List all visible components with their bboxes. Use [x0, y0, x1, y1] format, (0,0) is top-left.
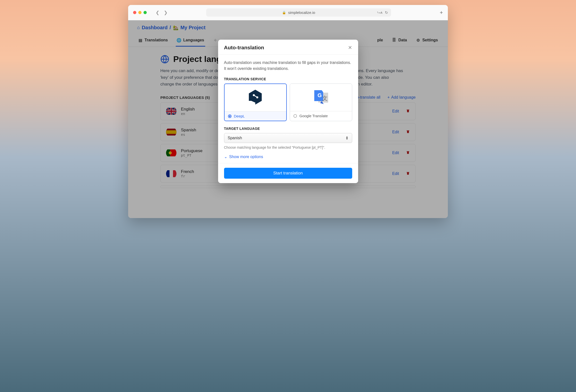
address-bar[interactable]: 🔒 simplelocalize.io ⮑ᴀ ↻	[206, 8, 391, 17]
minimize-window-button[interactable]	[138, 11, 142, 14]
target-language-label: TARGET LANGUAGE	[224, 127, 352, 131]
translate-page-icon[interactable]: ⮑ᴀ	[377, 10, 382, 15]
target-language-select[interactable]: Spanish ▲▼	[224, 133, 352, 143]
show-more-options-button[interactable]: ⌄ Show more options	[224, 154, 352, 159]
service-option-deepl[interactable]: DeepL	[224, 84, 287, 121]
modal-description: Auto-translation uses machine translatio…	[224, 60, 352, 72]
traffic-lights	[133, 11, 147, 14]
back-button[interactable]: ❮	[156, 10, 159, 15]
modal-title: Auto-translation	[224, 45, 264, 51]
service-name: Google Translate	[299, 114, 328, 118]
radio-unchecked-icon	[293, 114, 297, 118]
target-language-help: Choose matching language for the selecte…	[224, 145, 352, 149]
maximize-window-button[interactable]	[144, 11, 147, 14]
new-tab-button[interactable]: +	[440, 9, 443, 16]
translation-service-label: TRANSLATION SERVICE	[224, 77, 352, 81]
auto-translation-modal: Auto-translation ✕ Auto-translation uses…	[218, 40, 358, 183]
start-translation-button[interactable]: Start translation	[224, 168, 352, 179]
google-translate-logo-icon: G 文	[290, 84, 352, 111]
browser-chrome: ❮ ❯ 🔒 simplelocalize.io ⮑ᴀ ↻ +	[128, 5, 448, 20]
close-icon[interactable]: ✕	[348, 45, 352, 51]
svg-text:文: 文	[322, 95, 328, 101]
url-text: simplelocalize.io	[288, 10, 315, 15]
target-language-value: Spanish	[228, 136, 242, 140]
reload-icon[interactable]: ↻	[385, 10, 388, 15]
lock-icon: 🔒	[282, 11, 286, 14]
browser-window: ❮ ❯ 🔒 simplelocalize.io ⮑ᴀ ↻ + ⌂ Dashboa…	[128, 5, 448, 218]
forward-button[interactable]: ❯	[164, 10, 168, 15]
modal-overlay[interactable]: Auto-translation ✕ Auto-translation uses…	[128, 20, 448, 218]
chevron-down-icon: ⌄	[224, 154, 227, 159]
deepl-logo-icon	[225, 84, 287, 111]
svg-text:G: G	[317, 92, 322, 98]
chevron-updown-icon: ▲▼	[346, 136, 348, 140]
close-window-button[interactable]	[133, 11, 136, 14]
service-name: DeepL	[234, 114, 245, 118]
radio-checked-icon	[228, 114, 231, 118]
service-option-google[interactable]: G 文 Google Translate	[290, 84, 352, 121]
